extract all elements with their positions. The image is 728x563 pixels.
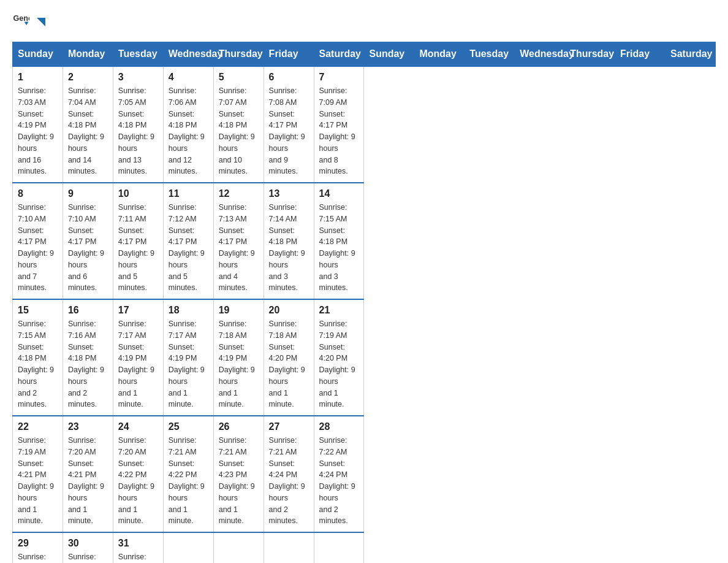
day-info: Sunrise: 7:22 AMSunset: 4:25 PMDaylight:… [18, 551, 58, 563]
calendar-day-cell: 30Sunrise: 7:22 AMSunset: 4:26 PMDayligh… [63, 532, 113, 563]
col-header-tuesday: Tuesday [464, 42, 515, 67]
calendar-week-row: 15Sunrise: 7:15 AMSunset: 4:18 PMDayligh… [13, 299, 716, 416]
calendar-day-cell: 25Sunrise: 7:21 AMSunset: 4:22 PMDayligh… [163, 416, 213, 532]
day-number: 28 [319, 421, 359, 432]
logo: General [12, 12, 48, 29]
calendar-day-cell [264, 532, 314, 563]
calendar-day-cell: 28Sunrise: 7:22 AMSunset: 4:24 PMDayligh… [314, 416, 364, 532]
day-info: Sunrise: 7:06 AMSunset: 4:18 PMDaylight:… [169, 85, 208, 177]
day-number: 2 [68, 72, 108, 83]
day-info: Sunrise: 7:11 AMSunset: 4:17 PMDaylight:… [118, 202, 158, 294]
col-header-sunday: Sunday [364, 42, 414, 67]
calendar-day-cell: 4Sunrise: 7:06 AMSunset: 4:18 PMDaylight… [163, 66, 213, 183]
day-info: Sunrise: 7:08 AMSunset: 4:17 PMDaylight:… [269, 85, 309, 177]
calendar-day-cell: 24Sunrise: 7:20 AMSunset: 4:22 PMDayligh… [113, 416, 163, 532]
page-header: General [12, 12, 716, 29]
day-info: Sunrise: 7:15 AMSunset: 4:18 PMDaylight:… [319, 202, 359, 294]
calendar-day-cell: 20Sunrise: 7:18 AMSunset: 4:20 PMDayligh… [264, 299, 314, 416]
calendar-day-cell: 3Sunrise: 7:05 AMSunset: 4:18 PMDaylight… [113, 66, 163, 183]
day-number: 10 [118, 188, 158, 199]
calendar-day-cell: 11Sunrise: 7:12 AMSunset: 4:17 PMDayligh… [163, 183, 213, 299]
day-info: Sunrise: 7:22 AMSunset: 4:24 PMDaylight:… [319, 435, 359, 527]
col-header-monday: Monday [414, 42, 464, 67]
day-info: Sunrise: 7:20 AMSunset: 4:22 PMDaylight:… [118, 435, 158, 527]
col-header-friday: Friday [264, 42, 314, 67]
day-info: Sunrise: 7:20 AMSunset: 4:21 PMDaylight:… [68, 435, 108, 527]
day-number: 15 [18, 305, 58, 316]
col-header-monday: Monday [63, 42, 113, 67]
calendar-day-cell: 29Sunrise: 7:22 AMSunset: 4:25 PMDayligh… [13, 532, 63, 563]
calendar-day-cell: 14Sunrise: 7:15 AMSunset: 4:18 PMDayligh… [314, 183, 364, 299]
calendar-day-cell: 22Sunrise: 7:19 AMSunset: 4:21 PMDayligh… [13, 416, 63, 532]
day-info: Sunrise: 7:18 AMSunset: 4:19 PMDaylight:… [219, 318, 259, 410]
col-header-saturday: Saturday [314, 42, 364, 67]
day-info: Sunrise: 7:03 AMSunset: 4:19 PMDaylight:… [18, 85, 58, 177]
day-info: Sunrise: 7:21 AMSunset: 4:22 PMDaylight:… [169, 435, 208, 527]
calendar-table: SundayMondayTuesdayWednesdayThursdayFrid… [12, 42, 716, 563]
col-header-thursday: Thursday [213, 42, 264, 67]
col-header-sunday: Sunday [13, 42, 63, 67]
day-info: Sunrise: 7:15 AMSunset: 4:18 PMDaylight:… [18, 318, 58, 410]
day-info: Sunrise: 7:05 AMSunset: 4:18 PMDaylight:… [118, 85, 158, 177]
day-number: 3 [118, 72, 158, 83]
day-number: 13 [269, 188, 309, 199]
calendar-day-cell: 21Sunrise: 7:19 AMSunset: 4:20 PMDayligh… [314, 299, 364, 416]
day-number: 12 [219, 188, 259, 199]
calendar-week-row: 8Sunrise: 7:10 AMSunset: 4:17 PMDaylight… [13, 183, 716, 299]
day-number: 6 [269, 72, 309, 83]
calendar-header-row: SundayMondayTuesdayWednesdayThursdayFrid… [13, 42, 716, 67]
day-info: Sunrise: 7:17 AMSunset: 4:19 PMDaylight:… [118, 318, 158, 410]
day-number: 30 [68, 538, 108, 549]
calendar-week-row: 29Sunrise: 7:22 AMSunset: 4:25 PMDayligh… [13, 532, 716, 563]
calendar-day-cell: 16Sunrise: 7:16 AMSunset: 4:18 PMDayligh… [63, 299, 113, 416]
day-number: 27 [269, 421, 309, 432]
day-number: 24 [118, 421, 158, 432]
svg-text:General: General [13, 14, 29, 23]
calendar-day-cell: 7Sunrise: 7:09 AMSunset: 4:17 PMDaylight… [314, 66, 364, 183]
calendar-day-cell: 27Sunrise: 7:21 AMSunset: 4:24 PMDayligh… [264, 416, 314, 532]
day-number: 7 [319, 72, 359, 83]
calendar-day-cell: 12Sunrise: 7:13 AMSunset: 4:17 PMDayligh… [213, 183, 264, 299]
day-info: Sunrise: 7:10 AMSunset: 4:17 PMDaylight:… [68, 202, 108, 294]
calendar-day-cell: 5Sunrise: 7:07 AMSunset: 4:18 PMDaylight… [213, 66, 264, 183]
svg-marker-2 [37, 18, 45, 26]
day-info: Sunrise: 7:22 AMSunset: 4:26 PMDaylight:… [68, 551, 108, 563]
day-info: Sunrise: 7:12 AMSunset: 4:17 PMDaylight:… [169, 202, 208, 294]
day-info: Sunrise: 7:09 AMSunset: 4:17 PMDaylight:… [319, 85, 359, 177]
calendar-day-cell: 31Sunrise: 7:22 AMSunset: 4:27 PMDayligh… [113, 532, 163, 563]
day-number: 14 [319, 188, 359, 199]
calendar-day-cell: 1Sunrise: 7:03 AMSunset: 4:19 PMDaylight… [13, 66, 63, 183]
col-header-tuesday: Tuesday [113, 42, 163, 67]
day-number: 20 [269, 305, 309, 316]
day-number: 8 [18, 188, 58, 199]
day-info: Sunrise: 7:16 AMSunset: 4:18 PMDaylight:… [68, 318, 108, 410]
calendar-day-cell: 23Sunrise: 7:20 AMSunset: 4:21 PMDayligh… [63, 416, 113, 532]
calendar-day-cell: 10Sunrise: 7:11 AMSunset: 4:17 PMDayligh… [113, 183, 163, 299]
day-number: 26 [219, 421, 259, 432]
day-info: Sunrise: 7:14 AMSunset: 4:18 PMDaylight:… [269, 202, 309, 294]
calendar-day-cell [213, 532, 264, 563]
day-info: Sunrise: 7:07 AMSunset: 4:18 PMDaylight:… [219, 85, 259, 177]
calendar-day-cell: 26Sunrise: 7:21 AMSunset: 4:23 PMDayligh… [213, 416, 264, 532]
day-number: 18 [169, 305, 208, 316]
day-number: 25 [169, 421, 208, 432]
day-number: 16 [68, 305, 108, 316]
svg-marker-1 [25, 21, 29, 25]
calendar-day-cell: 15Sunrise: 7:15 AMSunset: 4:18 PMDayligh… [13, 299, 63, 416]
col-header-wednesday: Wednesday [515, 42, 565, 67]
day-number: 4 [169, 72, 208, 83]
col-header-saturday: Saturday [665, 42, 715, 67]
day-info: Sunrise: 7:21 AMSunset: 4:24 PMDaylight:… [269, 435, 309, 527]
day-number: 17 [118, 305, 158, 316]
day-info: Sunrise: 7:21 AMSunset: 4:23 PMDaylight:… [219, 435, 259, 527]
day-number: 5 [219, 72, 259, 83]
calendar-day-cell: 17Sunrise: 7:17 AMSunset: 4:19 PMDayligh… [113, 299, 163, 416]
day-number: 22 [18, 421, 58, 432]
calendar-day-cell: 8Sunrise: 7:10 AMSunset: 4:17 PMDaylight… [13, 183, 63, 299]
calendar-day-cell: 18Sunrise: 7:17 AMSunset: 4:19 PMDayligh… [163, 299, 213, 416]
calendar-week-row: 1Sunrise: 7:03 AMSunset: 4:19 PMDaylight… [13, 66, 716, 183]
day-number: 19 [219, 305, 259, 316]
calendar-day-cell: 6Sunrise: 7:08 AMSunset: 4:17 PMDaylight… [264, 66, 314, 183]
day-number: 9 [68, 188, 108, 199]
day-number: 1 [18, 72, 58, 83]
